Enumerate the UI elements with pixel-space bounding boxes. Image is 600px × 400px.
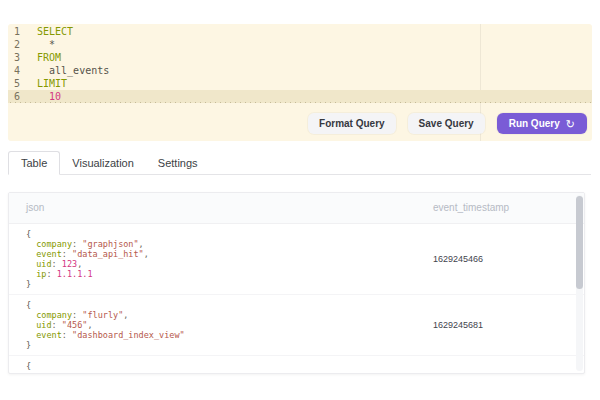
refresh-icon: ↻ [566,119,575,129]
column-header-json: json [26,202,44,213]
code-text: 10 [25,90,61,103]
table-scrollbar-track[interactable] [576,195,583,371]
table-row: { [9,356,584,374]
code-text: SELECT [25,25,73,38]
event-timestamp-cell: 1629245466 [433,224,483,294]
editor-line[interactable]: 4 all_events [8,64,592,77]
query-toolbar: Format Query Save Query Run Query ↻ [308,113,587,134]
event-timestamp-cell: 1629245681 [433,295,483,355]
editor-line[interactable]: 2 * [8,38,592,51]
table-header-row: json event_timestamp [9,193,584,224]
results-tab-bar: Table Visualization Settings [8,152,591,175]
tab-settings[interactable]: Settings [146,152,210,174]
line-number: 1 [8,25,25,38]
editor-line[interactable]: 5LIMIT [8,77,592,90]
line-number: 5 [8,77,25,90]
tab-visualization[interactable]: Visualization [60,152,146,174]
line-number: 3 [8,51,25,64]
save-query-button[interactable]: Save Query [408,113,485,134]
run-query-label: Run Query [509,118,560,129]
table-scrollbar-thumb[interactable] [576,196,583,289]
sql-editor[interactable]: 1SELECT2 *3FROM4 all_events5LIMIT6 10 Fo… [8,24,592,141]
line-number: 2 [8,38,25,51]
editor-line[interactable]: 6 10 [8,90,592,103]
editor-line[interactable]: 1SELECT [8,25,592,38]
table-row: { company: "flurly", uid: "456", event: … [9,295,584,356]
code-text: all_events [25,64,109,77]
format-query-button[interactable]: Format Query [308,113,396,134]
code-text: FROM [25,51,61,64]
table-body: { company: "graphjson", event: "data_api… [9,224,584,374]
json-cell: { company: "flurly", uid: "456", event: … [9,295,584,355]
code-text: LIMIT [25,77,67,90]
sql-code-area[interactable]: 1SELECT2 *3FROM4 all_events5LIMIT6 10 [8,25,592,103]
json-cell: { [9,356,584,374]
results-table: json event_timestamp { company: "graphjs… [8,192,585,374]
tab-table[interactable]: Table [8,151,60,175]
line-number: 6 [8,90,25,103]
table-row: { company: "graphjson", event: "data_api… [9,224,584,295]
editor-line[interactable]: 3FROM [8,51,592,64]
line-number: 4 [8,64,25,77]
run-query-button[interactable]: Run Query ↻ [497,113,587,134]
code-text: * [25,38,55,51]
json-cell: { company: "graphjson", event: "data_api… [9,224,584,294]
column-header-event-timestamp: event_timestamp [433,202,509,213]
